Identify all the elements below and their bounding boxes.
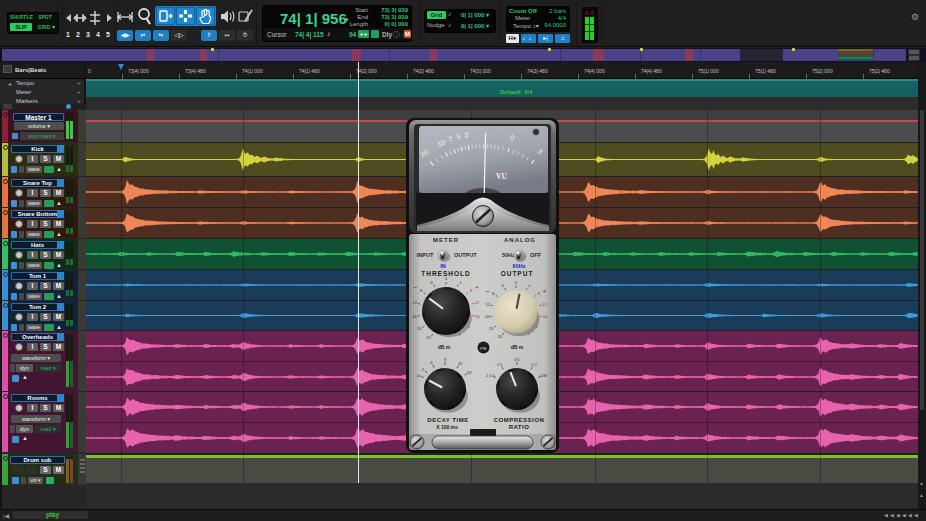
svg-text:OUTPUT: OUTPUT bbox=[454, 252, 477, 258]
svg-text:OUTPUT: OUTPUT bbox=[501, 270, 534, 277]
svg-text:16: 16 bbox=[485, 314, 490, 319]
svg-text:5:1: 5:1 bbox=[531, 362, 537, 367]
svg-text:32: 32 bbox=[467, 370, 472, 375]
svg-text:1x: 1x bbox=[416, 373, 420, 378]
svg-text:VU: VU bbox=[496, 172, 507, 181]
svg-text:OFF: OFF bbox=[530, 252, 542, 258]
svg-text:2:1: 2:1 bbox=[497, 362, 503, 367]
svg-text:50Hz: 50Hz bbox=[502, 252, 515, 258]
svg-text:60Hz: 60Hz bbox=[513, 263, 526, 269]
svg-text:+: + bbox=[475, 284, 479, 291]
svg-text:20: 20 bbox=[489, 326, 494, 331]
svg-text:IN: IN bbox=[440, 263, 446, 269]
svg-text:PIE: PIE bbox=[480, 346, 487, 351]
svg-text:16: 16 bbox=[458, 361, 463, 366]
svg-text:dB m: dB m bbox=[511, 344, 524, 350]
svg-text:−: − bbox=[485, 288, 489, 295]
svg-text:12: 12 bbox=[485, 302, 490, 307]
svg-text:12: 12 bbox=[542, 302, 547, 307]
svg-text:24: 24 bbox=[498, 334, 503, 339]
svg-text:20: 20 bbox=[417, 326, 422, 331]
svg-text:dB m: dB m bbox=[438, 344, 451, 350]
svg-text:RATIO: RATIO bbox=[509, 424, 530, 430]
svg-text:12: 12 bbox=[413, 300, 418, 305]
svg-text:ANALOG: ANALOG bbox=[504, 237, 536, 243]
svg-text:3:1: 3:1 bbox=[514, 357, 520, 362]
svg-text:16: 16 bbox=[475, 314, 480, 319]
svg-text:16: 16 bbox=[412, 314, 417, 319]
svg-text:COMPRESSION: COMPRESSION bbox=[494, 417, 545, 423]
svg-text:DECAY TIME: DECAY TIME bbox=[427, 417, 468, 423]
svg-text:+: + bbox=[542, 288, 546, 295]
svg-text:24: 24 bbox=[426, 335, 431, 340]
svg-text:12: 12 bbox=[475, 300, 480, 305]
svg-text:INPUT: INPUT bbox=[417, 252, 434, 258]
svg-text:16: 16 bbox=[543, 314, 548, 319]
svg-text:LIM: LIM bbox=[540, 373, 547, 378]
svg-text:METER: METER bbox=[433, 237, 459, 243]
svg-text:−: − bbox=[413, 284, 417, 291]
svg-text:X 100 ms: X 100 ms bbox=[436, 424, 458, 430]
